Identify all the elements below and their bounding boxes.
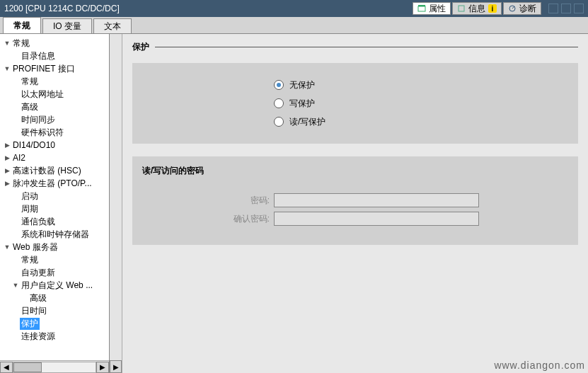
tree-item[interactable]: 保护 [1,317,108,330]
tree-toggle-icon[interactable]: ▶ [3,154,11,162]
tree-label: 常规 [20,254,40,266]
tree-item[interactable]: 启动 [1,190,108,202]
tree-label: 启动 [20,190,40,202]
password-section-title: 读/写访问的密码 [142,165,568,177]
tree-item[interactable]: 时间同步 [1,113,108,126]
tree-item[interactable]: 系统和时钟存储器 [1,228,108,241]
password-label: 密码: [142,195,270,207]
radio-write-protect[interactable]: 写保护 [274,94,578,113]
tree-toggle-icon[interactable]: ▶ [3,166,11,175]
radio-no-protect[interactable]: 无保护 [274,76,578,94]
tree-item[interactable]: 目录信息 [1,50,108,62]
tree-label: 日时间 [20,305,48,317]
tree-label: 连接资源 [20,331,57,343]
content-panel: 保护 无保护 写保护 读/写保护 读/写访问的密码 密码: [122,34,588,373]
scroll-left-icon[interactable]: ◀ [0,362,13,373]
window-menu-icon[interactable] [561,4,571,13]
tree-spacer [11,230,20,239]
nav-tree: ▼常规目录信息▼PROFINET 接口常规以太网地址高级时间同步硬件标识符▶DI… [0,34,109,360]
tree-toggle-icon[interactable]: ▼ [3,64,11,73]
tree-spacer [11,90,20,98]
svg-rect-1 [418,5,425,6]
radio-icon[interactable] [274,98,284,108]
tree-toggle-icon[interactable]: ▼ [11,281,20,289]
tree-spacer [11,77,20,86]
tree-label: 周期 [20,203,40,215]
sidebar-hscroll[interactable]: ◀ ▶ [0,360,109,373]
tree-label: 用户自定义 Web ... [20,280,94,292]
tree-item[interactable]: 自动更新 [1,266,108,279]
main-tabs: 常规 IO 变量 文本 [0,17,588,34]
tab-general[interactable]: 常规 [3,17,41,33]
tree-spacer [11,103,20,111]
tree-item[interactable]: 硬件标识符 [1,126,108,139]
confirm-password-field[interactable] [274,212,479,226]
tree-spacer [11,332,20,340]
tree-item[interactable]: ▼Web 服务器 [1,241,108,253]
tree-item[interactable]: ▶AI2 [1,151,108,164]
tree-label: 以太网地址 [20,88,65,101]
tree-label: 高级 [20,101,40,113]
tree-item[interactable]: 高级 [1,101,108,113]
tree-label: 硬件标识符 [20,127,65,139]
window-pin-icon[interactable] [548,4,558,13]
tree-item[interactable]: 常规 [1,253,108,266]
tree-item[interactable]: 日时间 [1,304,108,317]
tree-spacer [11,217,20,226]
tree-spacer [11,192,20,200]
svg-rect-0 [418,6,425,11]
scroll-right-icon[interactable]: ▶ [96,362,109,373]
password-section: 读/写访问的密码 密码: 确认密码: [132,156,578,245]
info-icon [457,4,466,13]
tree-item[interactable]: ▼PROFINET 接口 [1,62,108,75]
tree-toggle-icon[interactable]: ▶ [3,141,11,149]
radio-icon[interactable] [274,117,284,127]
properties-icon [417,4,426,13]
tree-toggle-icon[interactable]: ▶ [3,179,11,188]
radio-read-write-protect[interactable]: 读/写保护 [274,113,578,131]
vertical-splitter[interactable]: ▶ [110,34,122,373]
diagnostics-icon [508,4,517,13]
tree-toggle-icon[interactable]: ▼ [3,39,11,47]
tree-label: AI2 [11,153,27,163]
titlebar: 1200 [CPU 1214C DC/DC/DC] 属性 信息 i 诊断 [0,0,588,17]
tree-item[interactable]: ▼常规 [1,37,108,50]
tree-spacer [11,205,20,213]
tree-item[interactable]: 高级 [1,292,108,304]
svg-rect-2 [459,6,464,11]
tree-spacer [11,306,20,315]
tree-item[interactable]: ▶DI14/DO10 [1,139,108,151]
radio-icon[interactable] [274,80,284,90]
tree-item[interactable]: ▼用户自定义 Web ... [1,279,108,292]
tab-text[interactable]: 文本 [93,18,132,33]
tab-io-vars[interactable]: IO 变量 [42,18,92,33]
diagnostics-button[interactable]: 诊断 [503,2,541,15]
watermark: www.diangon.com [494,360,585,371]
tree-item[interactable]: 周期 [1,202,108,215]
svg-line-4 [512,6,514,8]
tree-item[interactable]: ▶脉冲发生器 (PTO/P... [1,177,108,190]
tree-item[interactable]: 连接资源 [1,330,108,343]
tree-label: 高速计数器 (HSC) [11,165,83,177]
tree-toggle-icon[interactable]: ▼ [3,243,11,251]
tree-item[interactable]: 以太网地址 [1,88,108,101]
tree-item[interactable]: 常规 [1,75,108,88]
tree-spacer [11,319,20,328]
tree-label: PROFINET 接口 [11,63,76,75]
tree-label: 保护 [20,318,40,330]
tree-label: 目录信息 [20,50,57,62]
window-close-icon[interactable] [574,4,584,13]
info-badge-icon: i [488,4,497,13]
password-field[interactable] [274,193,479,207]
tree-item[interactable]: 通信负载 [1,215,108,228]
tree-label: 高级 [28,292,48,304]
properties-button[interactable]: 属性 [413,2,451,15]
tree-item[interactable]: ▶高速计数器 (HSC) [1,164,108,177]
confirm-password-label: 确认密码: [142,213,270,225]
info-button[interactable]: 信息 i [452,2,502,15]
section-title: 保护 [132,41,578,53]
tree-label: DI14/DO10 [11,140,57,150]
splitter-right-icon[interactable]: ▶ [110,360,122,373]
tree-label: 常规 [20,76,40,88]
tree-label: 常规 [11,38,31,50]
